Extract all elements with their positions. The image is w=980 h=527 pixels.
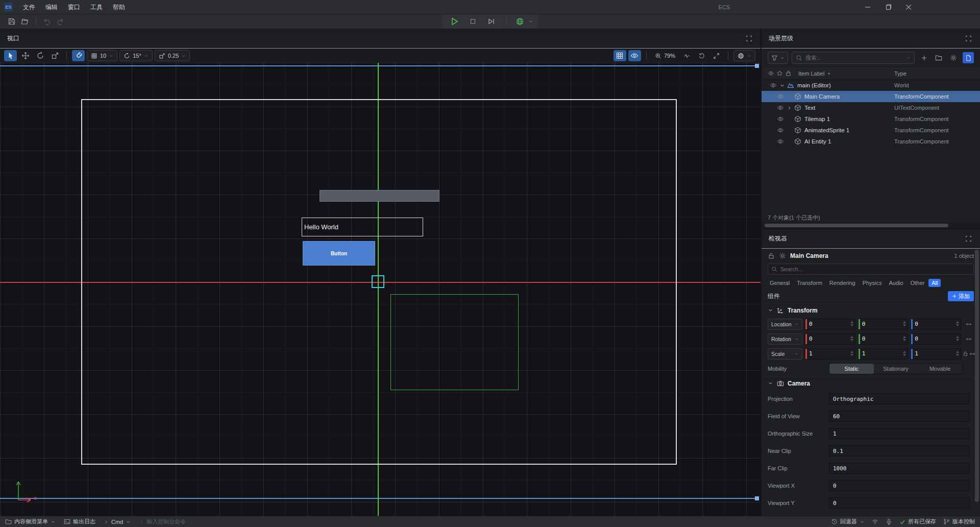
mobility-option[interactable]: Movable xyxy=(918,364,962,374)
app-logo[interactable]: ES xyxy=(4,3,13,11)
save-button[interactable] xyxy=(5,15,18,28)
inspector-scrollbar[interactable] xyxy=(975,250,979,513)
visibility-eye-icon[interactable] xyxy=(777,93,785,100)
inspector-expand-icon[interactable] xyxy=(965,235,972,242)
transform-section-header[interactable]: Transform xyxy=(762,303,980,317)
output-log-button[interactable]: 输出日志 xyxy=(64,518,95,525)
inspector-search-input[interactable]: Search... xyxy=(768,264,974,275)
favorite-column-icon[interactable] xyxy=(776,70,783,77)
play-button[interactable] xyxy=(447,15,462,28)
menu-item[interactable]: 文件 xyxy=(18,0,40,14)
link-values-icon[interactable] xyxy=(966,321,972,327)
visibility-eye-icon[interactable] xyxy=(777,127,785,134)
value-y-input[interactable]: 0 xyxy=(858,333,909,345)
visibility-eye-icon[interactable] xyxy=(770,82,778,89)
property-value-field[interactable]: 60 xyxy=(829,411,970,422)
visibility-toggle-button[interactable] xyxy=(628,50,641,61)
value-x-input[interactable]: 0 xyxy=(805,333,855,345)
hierarchy-row[interactable]: main (Editor) World xyxy=(762,80,980,91)
value-y-input[interactable]: 1 xyxy=(858,348,909,360)
guide-handle[interactable] xyxy=(755,64,759,68)
grid-toggle-button[interactable] xyxy=(614,50,626,61)
add-entity-button[interactable] xyxy=(918,52,929,63)
transform-row-label-dropdown[interactable]: Rotation xyxy=(768,333,802,345)
cmd-dropdown[interactable]: Cmd xyxy=(104,519,131,525)
menu-item[interactable]: 编辑 xyxy=(40,0,63,14)
transform-row-label-dropdown[interactable]: Location xyxy=(768,319,802,330)
active-scene-button[interactable] xyxy=(963,52,974,63)
link-values-icon[interactable] xyxy=(969,351,975,357)
mobility-option[interactable]: Static xyxy=(829,364,874,374)
maximize-button[interactable] xyxy=(878,0,898,14)
version-control-button[interactable]: 版本控制 xyxy=(943,518,975,525)
network-status-icon[interactable] xyxy=(872,518,878,525)
mic-icon[interactable] xyxy=(886,518,892,525)
type-column[interactable]: Type xyxy=(894,70,980,77)
property-value-field[interactable]: 0.1 xyxy=(829,445,970,457)
redo-button[interactable] xyxy=(54,15,67,28)
viewport-mode-dropdown[interactable] xyxy=(733,50,755,61)
hierarchy-row[interactable]: Tilemap 1 TransformComponent xyxy=(762,113,980,125)
inspector-tab[interactable]: Other xyxy=(908,279,928,287)
property-value-field[interactable]: 1000 xyxy=(829,463,970,474)
object-lock-icon[interactable] xyxy=(768,252,775,259)
reset-view-button[interactable] xyxy=(695,50,708,61)
value-z-input[interactable]: 0 xyxy=(911,319,961,330)
inspector-tab[interactable]: Rendering xyxy=(826,279,859,287)
grid-snap-dropdown[interactable]: 10 xyxy=(87,50,117,61)
hierarchy-settings-button[interactable] xyxy=(948,52,959,63)
rotate-tool-button[interactable] xyxy=(34,50,46,61)
rollback-dropdown[interactable]: 回退器 xyxy=(831,518,865,525)
rotation-snap-dropdown[interactable]: 15° xyxy=(119,50,153,61)
inspector-tab[interactable]: Audio xyxy=(886,279,906,287)
stop-button[interactable] xyxy=(465,15,481,28)
selection-gizmo-box[interactable] xyxy=(372,275,384,288)
select-tool-button[interactable] xyxy=(4,50,17,61)
transform-row-label-dropdown[interactable]: Scale xyxy=(768,348,802,360)
property-value-field[interactable]: 1 xyxy=(829,428,970,439)
inspector-tab[interactable]: Transform xyxy=(794,279,825,287)
inspector-tab[interactable]: All xyxy=(928,279,941,287)
property-value-field[interactable]: 0 xyxy=(829,480,970,491)
new-folder-button[interactable] xyxy=(933,52,944,63)
scale-lock-icon[interactable] xyxy=(963,351,968,357)
visibility-eye-icon[interactable] xyxy=(777,138,785,145)
guide-handle[interactable] xyxy=(755,496,759,500)
guide-line-bottom[interactable] xyxy=(0,498,759,499)
visibility-column-icon[interactable] xyxy=(768,70,774,77)
value-x-input[interactable]: 0 xyxy=(805,319,855,330)
value-x-input[interactable]: 1 xyxy=(805,348,855,360)
value-z-input[interactable]: 1 xyxy=(911,348,961,360)
save-status[interactable]: 所有已保存 xyxy=(899,518,936,525)
hierarchy-row[interactable]: Text UITextComponent xyxy=(762,102,980,113)
scale-snap-dropdown[interactable]: 0.25 xyxy=(155,50,190,61)
hierarchy-expand-icon[interactable] xyxy=(965,35,972,42)
scene-canvas[interactable]: Hello World Button x xyxy=(0,63,761,516)
move-tool-button[interactable] xyxy=(19,50,32,61)
value-z-input[interactable]: 0 xyxy=(911,333,961,345)
menu-item[interactable]: 工具 xyxy=(85,0,108,14)
open-project-button[interactable] xyxy=(18,15,32,28)
hierarchy-search-input[interactable]: 搜索... xyxy=(792,52,915,64)
ui-text-object[interactable]: Hello World xyxy=(302,218,423,236)
viewport-expand-icon[interactable] xyxy=(746,35,752,42)
hierarchy-row[interactable]: AI Entity 1 TransformComponent xyxy=(762,136,980,147)
ui-panel-bar[interactable] xyxy=(320,190,439,202)
expand-chevron-icon[interactable] xyxy=(785,105,793,111)
console-command-input[interactable]: 输入控制台命令 xyxy=(139,518,186,525)
world-mode-dropdown-icon[interactable] xyxy=(528,19,533,24)
ui-button-object[interactable]: Button xyxy=(303,241,375,266)
hierarchy-hscrollbar[interactable] xyxy=(762,223,980,228)
lock-column-icon[interactable] xyxy=(785,70,792,77)
visibility-eye-icon[interactable] xyxy=(777,104,785,111)
value-y-input[interactable]: 0 xyxy=(858,319,909,330)
object-settings-icon[interactable] xyxy=(779,252,786,259)
property-value-field[interactable]: Orthographic xyxy=(829,393,970,404)
step-button[interactable] xyxy=(484,15,499,28)
scale-tool-button[interactable] xyxy=(48,50,61,61)
camera-section-header[interactable]: Camera xyxy=(762,376,980,390)
zoom-level[interactable]: 79% xyxy=(652,53,678,59)
hierarchy-row[interactable]: Main Camera TransformComponent xyxy=(762,91,980,102)
inspector-tab[interactable]: Physics xyxy=(860,279,885,287)
content-drawer-button[interactable]: 内容侧滑菜单 xyxy=(5,518,56,525)
